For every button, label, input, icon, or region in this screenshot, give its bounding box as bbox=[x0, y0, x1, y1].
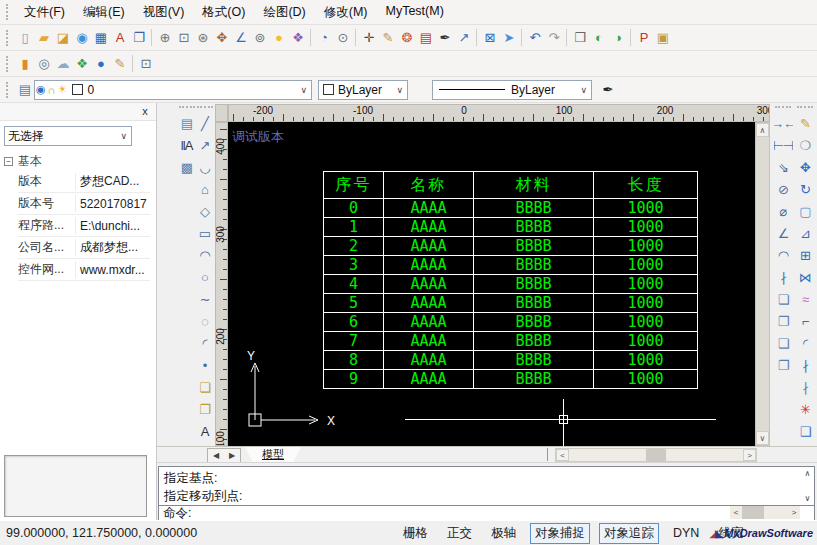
toolbar-grip[interactable] bbox=[6, 56, 11, 72]
model-canvas[interactable]: 调试版本 序号名称材料长度0AAAABBBB10001AAAABBBB10002… bbox=[228, 122, 755, 446]
chevron-down-icon[interactable]: ∨ bbox=[576, 85, 591, 95]
dim-diameter-icon[interactable]: ⌀ bbox=[774, 200, 793, 222]
paint-brush-icon[interactable]: ✒ bbox=[435, 28, 454, 47]
close-icon[interactable]: x bbox=[138, 104, 152, 118]
rotate-icon[interactable]: ↻ bbox=[796, 178, 815, 200]
menu-edit[interactable]: 编辑(E) bbox=[74, 1, 134, 24]
zoom-center-icon[interactable]: ⊚ bbox=[250, 28, 269, 47]
scroll-left-icon[interactable]: < bbox=[730, 506, 742, 519]
scroll-down-icon[interactable]: ∨ bbox=[801, 492, 814, 505]
menu-mytest[interactable]: MyTest(M) bbox=[376, 1, 452, 24]
toolbar-grip[interactable] bbox=[179, 106, 195, 109]
dim-angular-icon[interactable]: ∠ bbox=[774, 222, 793, 244]
chevron-down-icon[interactable]: ∨ bbox=[296, 85, 311, 95]
pan-icon[interactable]: ✥ bbox=[212, 28, 231, 47]
world-display-icon[interactable]: ◐ bbox=[589, 28, 608, 47]
menu-format[interactable]: 格式(O) bbox=[193, 1, 254, 24]
circle-tool-icon[interactable]: ○ bbox=[195, 266, 214, 288]
dim-radius-icon[interactable]: ⊘ bbox=[774, 178, 793, 200]
open-file-icon[interactable]: ▰ bbox=[34, 28, 53, 47]
command-horizontal-scrollbar[interactable]: < > bbox=[730, 506, 800, 519]
layer-lock-icon[interactable]: ∩ bbox=[48, 84, 56, 96]
edit-pencil-icon[interactable]: ✎ bbox=[110, 54, 129, 73]
array-icon[interactable]: ⊞ bbox=[796, 244, 815, 266]
layer-colors-icon[interactable]: ▤ bbox=[416, 28, 435, 47]
command-history[interactable]: 指定基点:指定移动到点: bbox=[158, 466, 815, 506]
area-tool-icon[interactable]: ❖ bbox=[72, 54, 91, 73]
polygon2-tool-icon[interactable]: ◇ bbox=[195, 200, 214, 222]
dim-linear-icon[interactable]: ⊢⊣ bbox=[774, 134, 793, 156]
sketch-pencil-icon[interactable]: ✎ bbox=[378, 28, 397, 47]
bulb-icon[interactable]: ● bbox=[269, 28, 288, 47]
world-refresh-icon[interactable]: ◑ bbox=[608, 28, 627, 47]
line-tool-icon[interactable]: ╱ bbox=[195, 112, 214, 134]
scrollbar-thumb[interactable] bbox=[742, 506, 764, 519]
chevron-down-icon[interactable]: ∨ bbox=[392, 85, 407, 95]
status-toggle-对象捕捉[interactable]: 对象捕捉 bbox=[530, 523, 590, 544]
pdf-export-icon[interactable]: P bbox=[634, 28, 653, 47]
find-text-icon[interactable]: ⊠ bbox=[480, 28, 499, 47]
status-toggle-dyn[interactable]: DYN bbox=[668, 524, 704, 542]
tab-next-icon[interactable]: ▶ bbox=[224, 449, 240, 462]
menu-draw[interactable]: 绘图(D) bbox=[254, 1, 314, 24]
scroll-down-icon[interactable]: ∨ bbox=[756, 431, 769, 445]
tab-model[interactable]: 模型 bbox=[245, 447, 301, 462]
offset-icon[interactable]: ⊿ bbox=[796, 222, 815, 244]
scroll-up-icon[interactable]: ∧ bbox=[801, 467, 814, 480]
light-tool-icon[interactable]: ❖ bbox=[288, 28, 307, 47]
text-tool-icon[interactable]: A bbox=[195, 420, 214, 442]
layer-visible-icon[interactable]: ◉ bbox=[36, 83, 46, 96]
scrollbar-thumb[interactable] bbox=[646, 449, 666, 461]
dim-aligned-icon[interactable]: ⇘ bbox=[774, 156, 793, 178]
revision-cloud-icon[interactable]: ☁ bbox=[53, 54, 72, 73]
scroll-right-icon[interactable]: > bbox=[743, 449, 756, 461]
match-prop-icon[interactable]: ≈ bbox=[796, 288, 815, 310]
property-value[interactable]: 梦想CAD... bbox=[76, 173, 150, 190]
export-view-icon[interactable]: ↗ bbox=[454, 28, 473, 47]
palette-icon[interactable]: ❂ bbox=[397, 28, 416, 47]
selection-filter-select[interactable]: 无选择 ∨ bbox=[4, 126, 132, 146]
open-url-icon[interactable]: ◉ bbox=[72, 28, 91, 47]
toolbar-grip[interactable] bbox=[775, 106, 791, 109]
status-toggle-极轴[interactable]: 极轴 bbox=[486, 523, 521, 544]
new-file-icon[interactable]: ▯ bbox=[15, 28, 34, 47]
rectangle-tool-icon[interactable]: ▭ bbox=[195, 222, 214, 244]
scroll-left-icon[interactable]: < bbox=[556, 449, 569, 461]
arc-tool-icon[interactable]: ◠ bbox=[195, 244, 214, 266]
polygon-tool-icon[interactable]: ⌂ bbox=[195, 178, 214, 200]
copy-icon[interactable]: ❍ bbox=[796, 134, 815, 156]
collapse-icon[interactable]: − bbox=[4, 157, 13, 166]
command-history-scrollbar[interactable]: ∧ ∨ bbox=[801, 467, 814, 505]
zoom-extents-icon[interactable]: ⊛ bbox=[193, 28, 212, 47]
status-toggle-正交[interactable]: 正交 bbox=[442, 523, 477, 544]
status-toggle-对象追踪[interactable]: 对象追踪 bbox=[599, 523, 659, 544]
chamfer-icon[interactable]: ⌐ bbox=[796, 310, 815, 332]
redo-icon[interactable]: ↷ bbox=[544, 28, 563, 47]
copy-mode-2-icon[interactable]: ❐ bbox=[774, 310, 793, 332]
zoom-dynamic-icon[interactable]: ⊕ bbox=[155, 28, 174, 47]
chevron-down-icon[interactable]: ∨ bbox=[116, 131, 131, 141]
save-icon[interactable]: ▦ bbox=[91, 28, 110, 47]
fillet-icon[interactable]: ◜ bbox=[796, 332, 815, 354]
toolbar-grip[interactable] bbox=[6, 4, 11, 20]
ruler-tool-icon[interactable]: ▮ bbox=[15, 54, 34, 73]
property-value[interactable]: www.mxdr... bbox=[76, 263, 150, 277]
preview-icon[interactable]: ⊙ bbox=[333, 28, 352, 47]
menu-file[interactable]: 文件(F) bbox=[15, 1, 74, 24]
insert-block-icon[interactable]: ❐ bbox=[195, 398, 214, 420]
select-window-icon[interactable]: ▢ bbox=[796, 200, 815, 222]
measure-tool-icon[interactable]: ↗ bbox=[195, 134, 214, 156]
copy-mode-1-icon[interactable]: ❏ bbox=[774, 288, 793, 310]
canvas-vertical-scrollbar[interactable]: ∧ ∨ bbox=[755, 122, 770, 446]
color-select[interactable]: ByLayer ∨ bbox=[318, 80, 408, 100]
zoom-window-icon[interactable]: ⊡ bbox=[174, 28, 193, 47]
copy-mode-4-icon[interactable]: ❐ bbox=[774, 354, 793, 376]
origin-move-icon[interactable]: ✛ bbox=[359, 28, 378, 47]
canvas-horizontal-scrollbar[interactable]: < > bbox=[555, 448, 757, 462]
ucs-axis-icon[interactable]: ∠ bbox=[231, 28, 250, 47]
layer-sun-icon[interactable]: ☀ bbox=[58, 83, 68, 96]
property-value[interactable]: 成都梦想... bbox=[76, 239, 150, 256]
menu-modify[interactable]: 修改(M) bbox=[315, 1, 377, 24]
select-object-icon[interactable]: ➤ bbox=[499, 28, 518, 47]
dim-arc-icon[interactable]: ◠ bbox=[774, 244, 793, 266]
